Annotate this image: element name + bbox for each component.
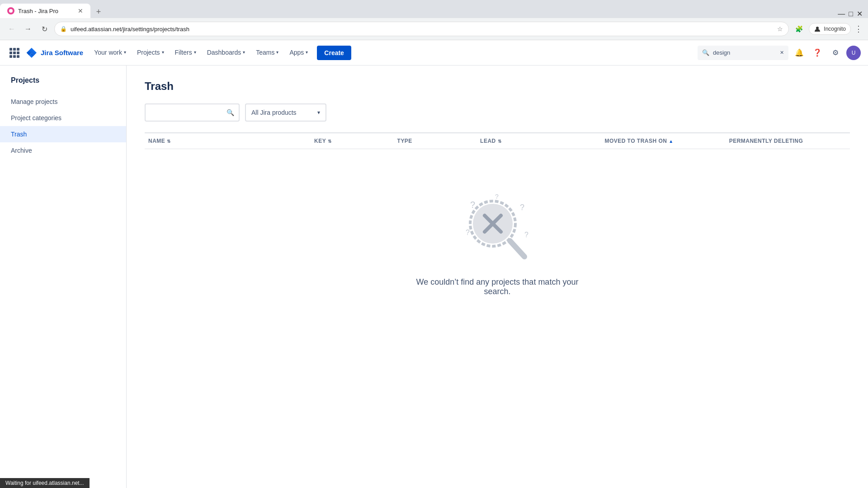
search-icon: 🔍 xyxy=(226,109,234,116)
tab-title: Trash - Jira Pro xyxy=(18,8,58,14)
forward-button[interactable]: → xyxy=(22,23,34,35)
incognito-icon xyxy=(814,25,821,33)
empty-state: ? ? ? ? ? xyxy=(145,149,850,314)
global-search-input[interactable] xyxy=(713,49,776,56)
app-switcher-grid xyxy=(9,48,19,58)
incognito-button[interactable]: Incognito xyxy=(809,23,851,35)
create-button[interactable]: Create xyxy=(317,46,351,60)
svg-line-11 xyxy=(510,241,524,257)
sidebar-item-project-categories[interactable]: Project categories xyxy=(0,110,126,126)
sidebar-item-label-trash: Trash xyxy=(11,131,27,138)
column-moved-to-trash-label: Moved to trash on xyxy=(604,138,667,144)
column-header-lead[interactable]: Lead ⇅ xyxy=(476,138,601,144)
extensions-button[interactable]: 🧩 xyxy=(793,23,805,35)
projects-table: Name ⇅ Key ⇅ Type Lead ⇅ Mov xyxy=(145,132,850,314)
chevron-down-icon: ▾ xyxy=(124,50,126,55)
sort-icon-active: ▲ xyxy=(669,139,673,144)
sidebar-item-archive[interactable]: Archive xyxy=(0,142,126,159)
empty-state-icon: ? ? ? ? ? xyxy=(457,185,538,267)
sort-icon: ⇅ xyxy=(498,139,501,144)
global-search-box[interactable]: 🔍 ✕ xyxy=(698,46,788,60)
status-bar: Waiting for uifeed.atlassian.net... xyxy=(0,478,90,488)
column-header-key[interactable]: Key ⇅ xyxy=(311,138,394,144)
content-area: Trash 🔍 All Jira products ▾ Name ⇅ xyxy=(127,66,868,488)
sidebar-item-label-archive: Archive xyxy=(11,147,32,154)
minimize-icon[interactable]: — xyxy=(838,10,845,18)
page-title: Trash xyxy=(145,80,850,93)
help-icon: ❓ xyxy=(813,48,822,57)
svg-text:?: ? xyxy=(470,200,475,210)
sidebar-item-manage-projects[interactable]: Manage projects xyxy=(0,94,126,110)
empty-state-message: We couldn’t find any projects that match… xyxy=(407,277,588,296)
window-controls: — □ ✕ xyxy=(838,9,868,18)
sidebar: Projects Manage projects Project categor… xyxy=(0,66,127,488)
top-nav: Jira Software Your work ▾ Projects ▾ Fil… xyxy=(0,40,868,66)
clear-search-icon[interactable]: ✕ xyxy=(780,50,784,56)
tab-favicon xyxy=(7,7,14,14)
sort-icon: ⇅ xyxy=(328,139,331,144)
column-lead-label: Lead xyxy=(480,138,496,144)
sidebar-item-label-manage-projects: Manage projects xyxy=(11,98,58,105)
back-button[interactable]: ← xyxy=(5,23,18,35)
settings-button[interactable]: ⚙ xyxy=(828,46,843,60)
notifications-button[interactable]: 🔔 xyxy=(792,46,807,60)
filter-search-input[interactable] xyxy=(150,109,223,116)
app-switcher-button[interactable] xyxy=(7,46,22,60)
reload-button[interactable]: ↻ xyxy=(38,23,51,35)
column-type-label: Type xyxy=(397,138,412,144)
nav-label-apps: Apps xyxy=(289,49,304,56)
jira-logo-icon xyxy=(25,47,38,59)
new-tab-button[interactable]: + xyxy=(92,5,105,18)
chevron-down-icon: ▾ xyxy=(243,50,245,55)
new-tab-icon: + xyxy=(96,7,101,17)
sidebar-heading: Projects xyxy=(0,76,126,94)
close-window-icon[interactable]: ✕ xyxy=(857,9,863,18)
browser-menu-button[interactable]: ⋮ xyxy=(854,24,863,34)
jira-logo-text: Jira Software xyxy=(41,49,83,56)
product-filter-dropdown[interactable]: All Jira products ▾ xyxy=(245,103,326,122)
incognito-label: Incognito xyxy=(824,26,846,32)
nav-item-filters[interactable]: Filters ▾ xyxy=(171,40,200,66)
no-results-icon: ? ? ? ? ? xyxy=(457,185,538,267)
sidebar-item-trash[interactable]: Trash xyxy=(0,126,126,142)
column-header-name[interactable]: Name ⇅ xyxy=(145,138,311,144)
column-header-moved-to-trash[interactable]: Moved to trash on ▲ xyxy=(601,138,725,144)
toolbar-actions: 🧩 Incognito ⋮ xyxy=(793,23,863,35)
svg-text:?: ? xyxy=(466,229,470,236)
help-button[interactable]: ❓ xyxy=(810,46,825,60)
nav-item-teams[interactable]: Teams ▾ xyxy=(252,40,282,66)
product-filter-label: All Jira products xyxy=(251,109,297,116)
column-header-type: Type xyxy=(394,138,477,144)
chevron-down-icon: ▾ xyxy=(194,50,196,55)
status-bar-text: Waiting for uifeed.atlassian.net... xyxy=(5,480,84,486)
active-tab[interactable]: Trash - Jira Pro ✕ xyxy=(0,4,90,18)
main-layout: Projects Manage projects Project categor… xyxy=(0,66,868,488)
nav-item-apps[interactable]: Apps ▾ xyxy=(286,40,311,66)
nav-item-dashboards[interactable]: Dashboards ▾ xyxy=(203,40,249,66)
bookmark-icon[interactable]: ☆ xyxy=(777,25,783,33)
address-bar[interactable]: 🔒 uifeed.atlassian.net/jira/settings/pro… xyxy=(54,22,789,36)
nav-label-projects: Projects xyxy=(137,49,160,56)
chevron-down-icon: ▾ xyxy=(162,50,164,55)
chevron-down-icon: ▾ xyxy=(317,109,320,116)
nav-item-your-work[interactable]: Your work ▾ xyxy=(90,40,130,66)
filter-search-box[interactable]: 🔍 xyxy=(145,103,240,122)
url-text: uifeed.atlassian.net/jira/settings/proje… xyxy=(71,26,774,33)
user-avatar[interactable]: U xyxy=(846,46,861,60)
bell-icon: 🔔 xyxy=(795,48,804,57)
browser-chrome: Trash - Jira Pro ✕ + — □ ✕ ← → ↻ 🔒 uifee… xyxy=(0,0,868,40)
nav-item-projects[interactable]: Projects ▾ xyxy=(133,40,168,66)
column-header-perm-delete: Permanently deleting xyxy=(726,138,850,144)
browser-toolbar: ← → ↻ 🔒 uifeed.atlassian.net/jira/settin… xyxy=(0,18,868,40)
column-name-label: Name xyxy=(148,138,165,144)
tab-close-button[interactable]: ✕ xyxy=(78,7,83,14)
svg-point-0 xyxy=(9,9,13,13)
svg-text:?: ? xyxy=(524,231,528,239)
jira-logo[interactable]: Jira Software xyxy=(25,47,83,59)
app-container: Jira Software Your work ▾ Projects ▾ Fil… xyxy=(0,40,868,488)
table-header: Name ⇅ Key ⇅ Type Lead ⇅ Mov xyxy=(145,133,850,149)
gear-icon: ⚙ xyxy=(832,48,839,57)
maximize-icon[interactable]: □ xyxy=(849,10,853,18)
svg-text:?: ? xyxy=(495,193,499,200)
sort-icon: ⇅ xyxy=(167,139,170,144)
